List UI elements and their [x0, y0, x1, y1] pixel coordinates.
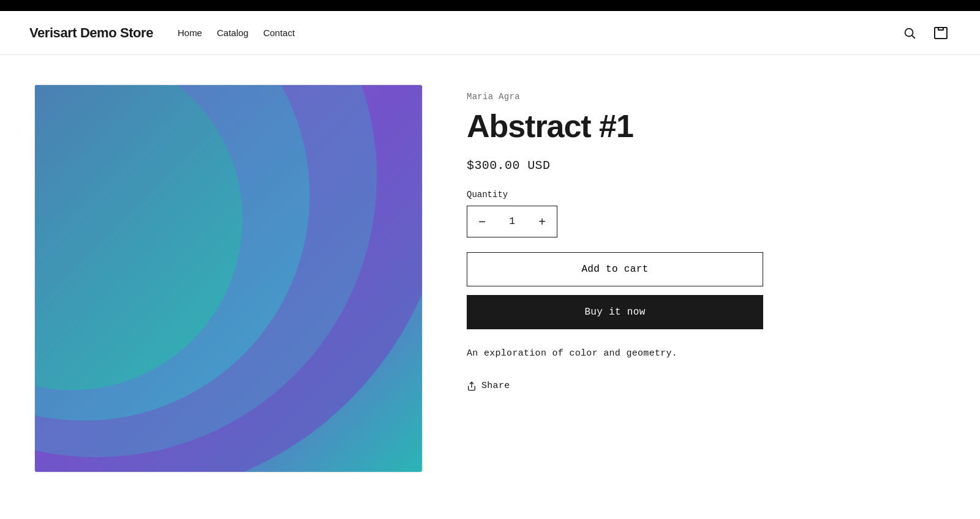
header-left: Verisart Demo Store Home Catalog Contact: [29, 25, 295, 41]
svg-line-1: [912, 35, 914, 38]
nav-catalog[interactable]: Catalog: [217, 28, 249, 38]
nav-home[interactable]: Home: [178, 28, 202, 38]
svg-rect-2: [935, 28, 947, 39]
svg-point-0: [905, 28, 913, 36]
quantity-control: − 1 +: [467, 206, 557, 237]
product-description: An exploration of color and geometry.: [467, 346, 773, 361]
product-image-container: [34, 84, 423, 472]
search-icon: [903, 26, 916, 40]
cart-button[interactable]: [931, 23, 951, 43]
store-name: Verisart Demo Store: [29, 25, 153, 41]
buy-now-button[interactable]: Buy it now: [467, 295, 763, 329]
share-button[interactable]: Share: [467, 381, 510, 391]
share-label: Share: [481, 381, 510, 391]
quantity-label: Quantity: [467, 190, 773, 200]
main-content: Maria Agra Abstract #1 $300.00 USD Quant…: [0, 55, 858, 502]
product-image: [35, 85, 422, 472]
main-nav: Home Catalog Contact: [178, 28, 295, 38]
vendor-name: Maria Agra: [467, 92, 773, 102]
quantity-value: 1: [497, 216, 527, 227]
product-title: Abstract #1: [467, 109, 773, 144]
quantity-decrease-button[interactable]: −: [467, 206, 497, 237]
nav-contact[interactable]: Contact: [263, 28, 295, 38]
cart-icon: [933, 26, 948, 40]
share-icon: [467, 381, 477, 391]
product-details: Maria Agra Abstract #1 $300.00 USD Quant…: [467, 84, 773, 472]
header: Verisart Demo Store Home Catalog Contact: [0, 11, 980, 55]
search-button[interactable]: [900, 24, 919, 42]
announcement-bar: [0, 0, 980, 11]
header-right: [900, 23, 951, 43]
quantity-increase-button[interactable]: +: [527, 206, 557, 237]
product-price: $300.00 USD: [467, 159, 773, 173]
add-to-cart-button[interactable]: Add to cart: [467, 252, 763, 286]
